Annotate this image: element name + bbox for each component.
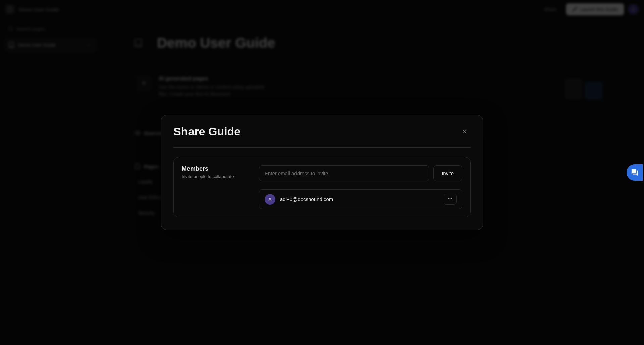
assist-bubble[interactable] (627, 164, 643, 181)
modal-title: Share Guide (173, 125, 240, 138)
email-input[interactable] (259, 165, 429, 181)
member-email: adi+0@docshound.com (280, 196, 439, 202)
member-menu-button[interactable] (444, 194, 457, 205)
member-avatar: A (265, 194, 275, 205)
members-subtitle: Invite people to collaborate (182, 174, 252, 179)
members-card: Members Invite people to collaborate Inv… (173, 157, 471, 217)
share-modal: Share Guide Members Invite people to col… (161, 115, 483, 230)
more-horizontal-icon (447, 196, 453, 201)
svg-point-13 (451, 198, 452, 199)
members-label: Members (182, 165, 252, 172)
invite-button[interactable]: Invite (433, 165, 462, 181)
svg-point-11 (448, 198, 449, 199)
close-icon (461, 128, 468, 135)
svg-point-12 (450, 198, 451, 199)
chat-icon (631, 169, 638, 176)
close-button[interactable] (459, 126, 471, 138)
member-row: A adi+0@docshound.com (259, 189, 462, 209)
member-initial: A (268, 197, 271, 202)
divider (173, 147, 471, 148)
